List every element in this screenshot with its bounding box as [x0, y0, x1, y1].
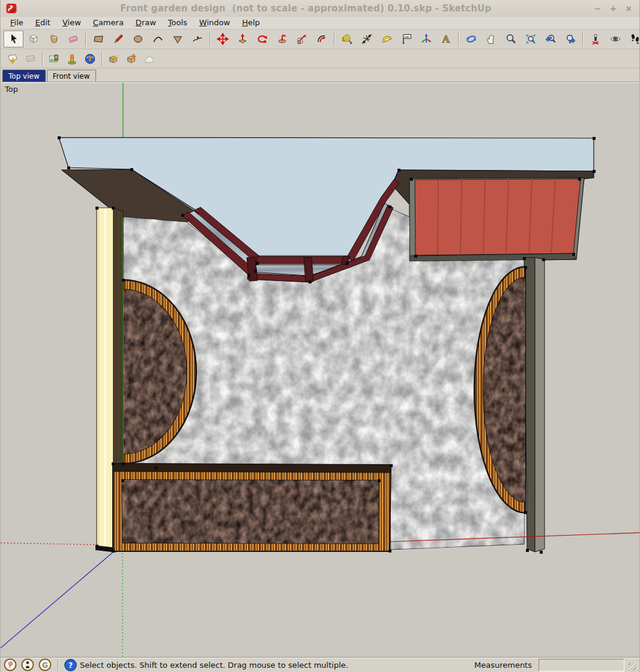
menu-file[interactable]: File — [4, 17, 29, 28]
menu-edit[interactable]: Edit — [29, 17, 56, 28]
orbit-tool[interactable] — [461, 31, 481, 47]
polygon-tool[interactable] — [168, 31, 187, 47]
rotate-icon — [256, 33, 268, 45]
house-outline-icon — [143, 53, 155, 65]
eye-icon — [609, 33, 621, 45]
scale-tool[interactable] — [292, 31, 312, 47]
minimize-button[interactable]: − — [594, 4, 602, 13]
3d-text-tool[interactable]: A — [436, 31, 456, 47]
google-earth-icon — [84, 53, 96, 65]
toggle-terrain-tool[interactable] — [22, 50, 40, 67]
text-tool[interactable]: ABC — [396, 31, 416, 47]
tab-top-view[interactable]: Top view — [2, 70, 46, 82]
geolocation-status-icon[interactable] — [4, 658, 17, 671]
main-toolbar: ABC A — [1, 29, 639, 49]
tab-front-view-label: Front view — [53, 72, 90, 80]
toolbar-separator — [42, 52, 43, 66]
photo-textures-tool[interactable] — [45, 50, 63, 67]
arc-tool[interactable] — [148, 31, 168, 47]
view-orientation-label: Top — [5, 85, 18, 94]
line-tool[interactable] — [108, 31, 128, 47]
rectangle-tool[interactable] — [88, 31, 108, 47]
dimension-tool[interactable] — [357, 31, 376, 47]
toolbar-separator — [210, 32, 210, 46]
protractor-tool[interactable] — [376, 31, 396, 47]
status-bar: G ? Select objects. Shift to extend sele… — [1, 657, 639, 672]
resize-grip[interactable] — [629, 663, 636, 671]
zoom-next-tool[interactable] — [560, 31, 580, 47]
arc-icon — [152, 33, 164, 45]
look-around-tool[interactable] — [605, 31, 625, 47]
zoom-tool[interactable] — [501, 31, 521, 47]
follow-me-tool[interactable] — [272, 31, 292, 47]
help-icon[interactable]: ? — [64, 659, 77, 671]
follow-me-icon — [276, 33, 288, 45]
protractor-icon — [381, 33, 393, 45]
title-bar: Front garden design (not to scale - appr… — [1, 0, 639, 17]
get-models-person-tool[interactable] — [63, 50, 81, 67]
freehand-tool[interactable] — [187, 31, 207, 47]
menu-view[interactable]: View — [56, 17, 87, 28]
pan-tool[interactable] — [481, 31, 501, 47]
offset-tool[interactable] — [312, 31, 331, 47]
circle-icon — [132, 33, 144, 45]
maximize-button[interactable]: + — [610, 4, 617, 13]
share-component-tool[interactable] — [140, 50, 158, 67]
porch-roof[interactable] — [409, 178, 584, 262]
zoom-previous-icon — [545, 33, 557, 45]
get-models-tool[interactable] — [104, 50, 122, 67]
measurements-label: Measurements — [474, 661, 536, 670]
toggle-terrain-icon — [25, 53, 37, 65]
paint-bucket-icon — [47, 33, 59, 45]
position-camera-icon — [590, 33, 602, 45]
menu-camera[interactable]: Camera — [87, 17, 130, 28]
toolbar-separator — [85, 32, 86, 46]
warehouse-box-download-icon — [107, 53, 119, 65]
warehouse-box-upload-icon — [125, 53, 137, 65]
close-button[interactable]: × — [625, 4, 632, 13]
sketchup-logo-icon — [5, 2, 17, 14]
circle-tool[interactable] — [128, 31, 148, 47]
eraser-tool[interactable] — [63, 31, 83, 47]
sign-in-status-icon[interactable]: G — [38, 658, 52, 671]
tape-measure-icon — [341, 33, 353, 45]
push-pull-tool[interactable] — [232, 31, 252, 47]
tab-front-view[interactable]: Front view — [47, 70, 96, 82]
measurements-input[interactable] — [539, 659, 624, 671]
toolbar-separator — [458, 32, 459, 46]
zoom-previous-tool[interactable] — [540, 31, 560, 47]
push-pull-icon — [237, 33, 249, 45]
scene-tabs: Top view Front view — [1, 68, 639, 82]
menu-tools[interactable]: Tools — [162, 17, 193, 28]
zoom-extents-tool[interactable] — [521, 31, 540, 47]
menu-help[interactable]: Help — [236, 17, 266, 28]
toolbar-separator — [101, 52, 102, 66]
paint-bucket-tool[interactable] — [43, 31, 63, 47]
share-model-tool[interactable] — [122, 50, 140, 67]
tape-measure-tool[interactable] — [337, 31, 357, 47]
pan-hand-icon — [485, 33, 497, 45]
move-arrows-icon — [217, 33, 229, 45]
get-current-view-tool[interactable] — [4, 50, 22, 67]
model-viewport[interactable]: Top — [1, 82, 639, 657]
rotate-tool[interactable] — [252, 31, 272, 47]
select-tool[interactable] — [4, 31, 23, 47]
position-camera-tool[interactable] — [585, 31, 605, 47]
menu-draw[interactable]: Draw — [130, 17, 162, 28]
axes-tool[interactable] — [416, 31, 436, 47]
rectangle-icon — [92, 33, 104, 45]
menu-window[interactable]: Window — [193, 17, 236, 28]
bottom-flower-bed[interactable] — [113, 464, 391, 551]
freehand-icon — [192, 33, 204, 45]
right-wall[interactable] — [524, 258, 545, 552]
offset-icon — [316, 33, 328, 45]
walk-tool[interactable] — [625, 31, 640, 47]
credits-status-icon[interactable] — [21, 658, 34, 671]
make-component-tool[interactable] — [23, 31, 43, 47]
sketchup-window: Front garden design (not to scale - appr… — [0, 0, 640, 672]
svg-text:G: G — [42, 661, 48, 670]
preview-in-google-earth-tool[interactable] — [81, 50, 99, 67]
tab-top-view-label: Top view — [8, 72, 40, 80]
move-tool[interactable] — [213, 31, 232, 47]
eraser-icon — [67, 33, 79, 45]
